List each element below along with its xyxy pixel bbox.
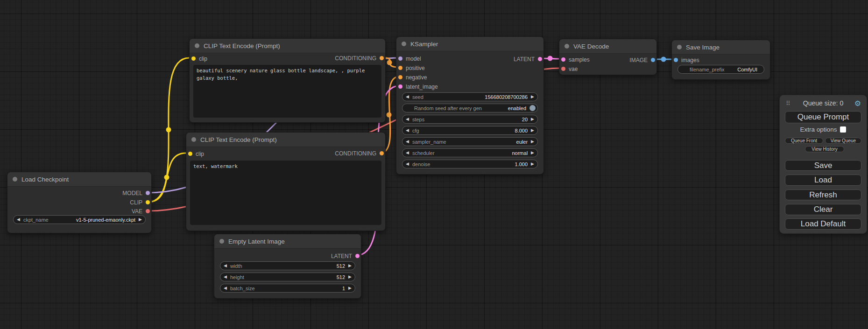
increment-arrow-icon[interactable]: ▶ xyxy=(348,275,352,279)
increment-arrow-icon[interactable]: ▶ xyxy=(531,140,534,144)
toggle-dot[interactable] xyxy=(529,105,536,111)
decrement-arrow-icon[interactable]: ◀ xyxy=(17,217,20,222)
latent-port-dot[interactable] xyxy=(538,57,542,61)
node-title-bar[interactable]: VAE Decode xyxy=(559,39,656,54)
latent-port-dot[interactable] xyxy=(398,84,402,89)
node-title-bar[interactable]: Save Image xyxy=(672,40,770,55)
port-label: VAE xyxy=(132,208,142,215)
model-port-dot[interactable] xyxy=(398,56,402,61)
widget-sampler-name[interactable]: ◀ sampler_name euler ▶ xyxy=(402,137,538,146)
widget-value: 512 xyxy=(337,263,345,269)
positive-prompt-textarea[interactable]: beautiful scenery nature glass bottle la… xyxy=(193,65,381,118)
vae-port-dot[interactable] xyxy=(561,67,565,71)
node-graph-canvas[interactable]: Load Checkpoint MODEL CLIP VAE ◀ ckpt_na… xyxy=(0,0,868,329)
negative-prompt-textarea[interactable]: text, watermark xyxy=(190,161,381,225)
widget-label: steps xyxy=(412,117,424,122)
increment-arrow-icon[interactable]: ▶ xyxy=(139,217,142,222)
node-title: Empty Latent Image xyxy=(228,238,285,245)
save-button[interactable]: Save xyxy=(785,160,861,171)
widget-height[interactable]: ◀ height 512 ▶ xyxy=(220,273,355,281)
node-title-bar[interactable]: KSampler xyxy=(396,37,543,51)
collapse-dot-icon[interactable] xyxy=(402,42,406,46)
clip-port-dot[interactable] xyxy=(188,152,192,156)
collapse-dot-icon[interactable] xyxy=(13,177,17,182)
widget-batch-size[interactable]: ◀ batch_size 1 ▶ xyxy=(220,284,355,293)
collapse-dot-icon[interactable] xyxy=(195,43,199,48)
gear-icon[interactable]: ⚙ xyxy=(854,99,861,108)
node-title: Load Checkpoint xyxy=(21,176,69,183)
node-title-bar[interactable]: Load Checkpoint xyxy=(7,172,151,187)
decrement-arrow-icon[interactable]: ◀ xyxy=(406,151,409,155)
port-label: images xyxy=(681,57,699,63)
clear-button[interactable]: Clear xyxy=(785,204,861,215)
node-title-bar[interactable]: CLIP Text Encode (Prompt) xyxy=(186,133,385,147)
link-midpoint-dot[interactable] xyxy=(387,112,392,118)
widget-width[interactable]: ◀ width 512 ▶ xyxy=(220,261,355,270)
decrement-arrow-icon[interactable]: ◀ xyxy=(406,140,409,144)
node-empty-latent-image: Empty Latent Image LATENT ◀ width 512 ▶ … xyxy=(214,234,361,299)
queue-prompt-button[interactable]: Queue Prompt xyxy=(785,111,861,123)
load-button[interactable]: Load xyxy=(785,175,861,186)
increment-arrow-icon[interactable]: ▶ xyxy=(531,95,534,99)
clip-port-dot[interactable] xyxy=(191,56,196,61)
increment-arrow-icon[interactable]: ▶ xyxy=(348,286,352,290)
vae-port-dot[interactable] xyxy=(146,209,150,213)
widget-label: denoise xyxy=(412,161,430,167)
load-default-button[interactable]: Load Default xyxy=(785,218,861,230)
image-port-dot[interactable] xyxy=(674,58,678,62)
widget-value: enabled xyxy=(508,105,526,111)
increment-arrow-icon[interactable]: ▶ xyxy=(531,128,534,133)
node-load-checkpoint: Load Checkpoint MODEL CLIP VAE ◀ ckpt_na… xyxy=(7,172,152,233)
decrement-arrow-icon[interactable]: ◀ xyxy=(406,95,409,99)
widget-scheduler[interactable]: ◀ scheduler normal ▶ xyxy=(402,148,538,157)
link-midpoint-dot[interactable] xyxy=(166,127,171,133)
input-positive: positive xyxy=(398,64,425,72)
increment-arrow-icon[interactable]: ▶ xyxy=(531,151,534,155)
view-history-button[interactable]: View History xyxy=(805,146,844,152)
decrement-arrow-icon[interactable]: ◀ xyxy=(224,275,227,279)
node-title: Save Image xyxy=(686,44,720,51)
collapse-dot-icon[interactable] xyxy=(677,45,682,49)
widget-ckpt-name[interactable]: ◀ ckpt_name v1-5-pruned-emaonly.ckpt ▶ xyxy=(13,215,146,224)
conditioning-port-dot[interactable] xyxy=(398,75,402,79)
latent-port-dot[interactable] xyxy=(355,254,360,258)
node-title-bar[interactable]: CLIP Text Encode (Prompt) xyxy=(190,39,385,53)
widget-value: 512 xyxy=(337,274,345,280)
increment-arrow-icon[interactable]: ▶ xyxy=(348,264,352,268)
increment-arrow-icon[interactable]: ▶ xyxy=(531,117,534,121)
widget-filename-prefix[interactable]: filename_prefix ComfyUI xyxy=(677,65,764,74)
link-midpoint-dot[interactable] xyxy=(661,57,666,62)
clip-port-dot[interactable] xyxy=(146,200,150,204)
increment-arrow-icon[interactable]: ▶ xyxy=(531,162,534,166)
decrement-arrow-icon[interactable]: ◀ xyxy=(406,162,409,166)
extra-options-row: Extra options xyxy=(780,126,867,133)
decrement-arrow-icon[interactable]: ◀ xyxy=(224,264,227,268)
decrement-arrow-icon[interactable]: ◀ xyxy=(406,128,409,133)
collapse-dot-icon[interactable] xyxy=(565,44,569,49)
widget-steps[interactable]: ◀ steps 20 ▶ xyxy=(402,115,538,124)
conditioning-port-dot[interactable] xyxy=(380,56,384,60)
link-midpoint-dot[interactable] xyxy=(164,175,169,180)
view-queue-button[interactable]: View Queue xyxy=(825,138,861,144)
image-port-dot[interactable] xyxy=(651,58,655,62)
port-label: latent_image xyxy=(406,84,438,90)
widget-seed[interactable]: ◀ seed 156680208700286 ▶ xyxy=(402,92,538,101)
extra-options-checkbox[interactable] xyxy=(840,126,846,133)
widget-cfg[interactable]: ◀ cfg 8.000 ▶ xyxy=(402,126,538,135)
collapse-dot-icon[interactable] xyxy=(219,239,224,244)
link-midpoint-dot[interactable] xyxy=(548,56,553,61)
refresh-button[interactable]: Refresh xyxy=(785,189,861,200)
conditioning-port-dot[interactable] xyxy=(398,66,402,70)
link-midpoint-dot[interactable] xyxy=(387,60,392,65)
model-port-dot[interactable] xyxy=(146,191,150,195)
node-title: CLIP Text Encode (Prompt) xyxy=(204,42,280,49)
decrement-arrow-icon[interactable]: ◀ xyxy=(224,286,227,290)
widget-random-seed-toggle[interactable]: Random seed after every gen enabled xyxy=(402,104,538,112)
node-title-bar[interactable]: Empty Latent Image xyxy=(214,234,361,249)
latent-port-dot[interactable] xyxy=(561,57,565,62)
conditioning-port-dot[interactable] xyxy=(380,151,384,155)
collapse-dot-icon[interactable] xyxy=(191,137,196,142)
queue-front-button[interactable]: Queue Front xyxy=(785,138,823,144)
decrement-arrow-icon[interactable]: ◀ xyxy=(406,117,409,121)
widget-denoise[interactable]: ◀ denoise 1.000 ▶ xyxy=(402,160,538,168)
